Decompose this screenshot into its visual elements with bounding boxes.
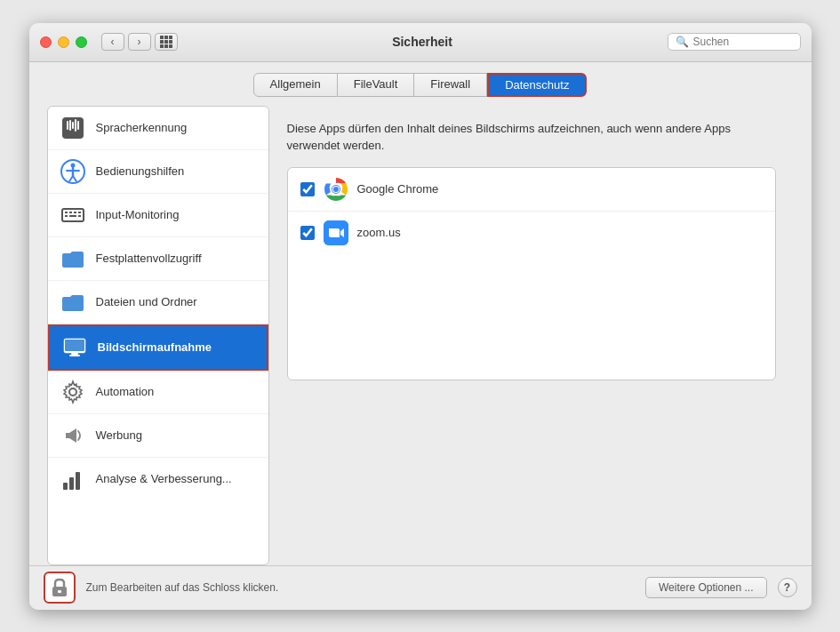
sidebar-label-festplattenvollzugriff: Festplattenvollzugriff (96, 252, 202, 265)
description-text: Diese Apps dürfen den Inhalt deines Bild… (287, 120, 776, 155)
svg-rect-23 (69, 355, 80, 356)
svg-rect-13 (65, 212, 68, 213)
zoom-checkbox[interactable] (300, 226, 315, 240)
svg-rect-25 (63, 483, 68, 490)
sidebar-item-spracherkennung[interactable]: Spracherkennung (48, 107, 268, 150)
tab-firewall[interactable]: Firewall (414, 73, 487, 97)
sidebar-item-input-monitoring[interactable]: Input-Monitoring (48, 194, 268, 237)
svg-point-31 (333, 187, 339, 192)
sidebar-label-input-monitoring: Input-Monitoring (96, 208, 180, 221)
svg-rect-2 (69, 120, 71, 131)
svg-rect-1 (67, 121, 68, 130)
traffic-lights (40, 36, 87, 48)
sidebar-item-bedienungshilfen[interactable]: Bedienungshilfen (48, 150, 268, 194)
monitor-icon (60, 333, 89, 362)
sidebar-item-automation[interactable]: Automation (48, 371, 268, 414)
megaphone-icon (59, 421, 87, 450)
gear-icon (59, 378, 87, 406)
nav-buttons: ‹ › (101, 33, 151, 51)
back-button[interactable]: ‹ (101, 33, 124, 51)
chrome-checkbox[interactable] (300, 182, 315, 196)
svg-rect-18 (69, 215, 76, 217)
tabbar: Allgemein FileVault Firewall Datenschutz (29, 62, 812, 106)
maximize-button[interactable] (76, 36, 87, 48)
app-grid-button[interactable] (155, 33, 178, 51)
apps-list: Google Chrome zoom.us (287, 167, 776, 380)
svg-rect-4 (75, 119, 76, 132)
sidebar-item-bildschirmaufnahme[interactable]: Bildschirmaufnahme (48, 324, 268, 371)
folder-icon-2 (59, 288, 87, 316)
minimize-button[interactable] (58, 36, 69, 48)
zoom-name: zoom.us (357, 226, 401, 239)
app-row-chrome: Google Chrome (288, 168, 775, 212)
forward-button[interactable]: › (128, 33, 151, 51)
svg-rect-5 (77, 121, 79, 130)
window-title: Sicherheit (178, 35, 668, 49)
svg-point-24 (69, 388, 76, 396)
mic-icon (59, 114, 87, 142)
more-options-button[interactable]: Weitere Optionen ... (645, 577, 767, 598)
main-window: ‹ › Sicherheit 🔍 Allgemein FileVault Fir… (29, 23, 812, 610)
tab-allgemein[interactable]: Allgemein (253, 73, 338, 97)
svg-rect-26 (69, 477, 74, 490)
chrome-icon (324, 177, 348, 202)
bottombar: Zum Bearbeiten auf das Schloss klicken. … (29, 565, 812, 610)
svg-rect-34 (58, 590, 61, 593)
tab-filevault[interactable]: FileVault (338, 73, 415, 97)
lock-button[interactable] (44, 572, 76, 604)
sidebar: Spracherkennung Bedienungshilfen (47, 106, 269, 565)
accessibility-icon (59, 157, 87, 186)
sidebar-label-bedienungshilfen: Bedienungshilfen (96, 164, 185, 178)
svg-rect-21 (65, 340, 84, 351)
svg-rect-27 (76, 472, 80, 490)
lock-text: Zum Bearbeiten auf das Schloss klicken. (86, 581, 636, 594)
search-input[interactable] (693, 36, 791, 48)
right-panel: Diese Apps dürfen den Inhalt deines Bild… (269, 106, 794, 565)
main-content: Spracherkennung Bedienungshilfen (29, 106, 812, 565)
svg-rect-19 (78, 215, 81, 217)
svg-rect-22 (71, 353, 78, 355)
sidebar-label-dateien-und-ordner: Dateien und Ordner (96, 295, 197, 308)
chart-icon (59, 465, 87, 493)
sidebar-label-spracherkennung: Spracherkennung (96, 121, 188, 134)
close-button[interactable] (40, 36, 52, 48)
titlebar: ‹ › Sicherheit 🔍 (29, 23, 812, 62)
svg-rect-14 (69, 212, 72, 213)
sidebar-label-werbung: Werbung (96, 428, 143, 442)
sidebar-item-dateien-und-ordner[interactable]: Dateien und Ordner (48, 281, 268, 324)
app-row-zoom: zoom.us (288, 212, 775, 254)
grid-icon (160, 36, 172, 48)
sidebar-label-automation: Automation (96, 385, 155, 398)
svg-rect-3 (72, 122, 74, 129)
keyboard-icon (59, 201, 87, 229)
sidebar-item-werbung[interactable]: Werbung (48, 414, 268, 458)
tab-datenschutz[interactable]: Datenschutz (487, 73, 587, 97)
folder-icon-1 (59, 244, 87, 273)
sidebar-label-analyse: Analyse & Verbesserung... (96, 472, 232, 485)
svg-rect-17 (65, 215, 68, 217)
help-button[interactable]: ? (778, 578, 797, 597)
zoom-icon (324, 220, 348, 245)
sidebar-label-bildschirmaufnahme: Bildschirmaufnahme (98, 340, 212, 354)
sidebar-item-festplattenvollzugriff[interactable]: Festplattenvollzugriff (48, 237, 268, 281)
search-box[interactable]: 🔍 (668, 33, 801, 51)
search-icon: 🔍 (676, 36, 689, 48)
chrome-name: Google Chrome (357, 182, 439, 196)
svg-rect-15 (74, 212, 76, 213)
svg-rect-16 (78, 212, 81, 213)
sidebar-item-analyse[interactable]: Analyse & Verbesserung... (48, 458, 268, 500)
svg-line-11 (73, 176, 76, 181)
